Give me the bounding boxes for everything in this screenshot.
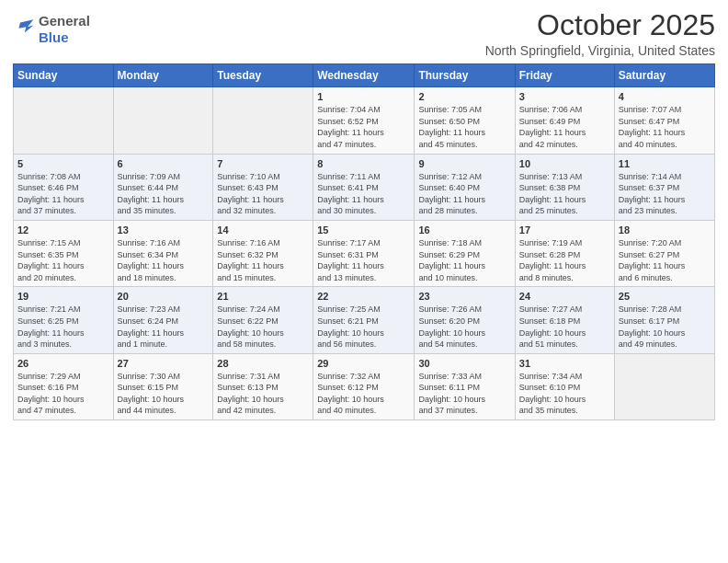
calendar-cell: 9Sunrise: 7:12 AMSunset: 6:40 PMDaylight… — [415, 154, 515, 220]
day-info: Sunrise: 7:14 AMSunset: 6:37 PMDaylight:… — [619, 171, 711, 217]
day-number: 8 — [317, 158, 410, 169]
day-info: Sunrise: 7:15 AMSunset: 6:35 PMDaylight:… — [17, 237, 109, 283]
header-sunday: Sunday — [14, 64, 114, 87]
day-number: 28 — [217, 358, 309, 369]
calendar-cell: 20Sunrise: 7:23 AMSunset: 6:24 PMDayligh… — [113, 287, 213, 353]
calendar-cell: 27Sunrise: 7:30 AMSunset: 6:15 PMDayligh… — [113, 353, 213, 419]
calendar-cell: 18Sunrise: 7:20 AMSunset: 6:27 PMDayligh… — [614, 220, 714, 286]
day-number: 15 — [317, 224, 410, 236]
header-wednesday: Wednesday — [313, 64, 415, 87]
calendar-table: Sunday Monday Tuesday Wednesday Thursday… — [13, 63, 715, 420]
day-info: Sunrise: 7:29 AMSunset: 6:16 PMDaylight:… — [17, 371, 109, 417]
calendar-cell: 25Sunrise: 7:28 AMSunset: 6:17 PMDayligh… — [614, 287, 714, 353]
day-number: 27 — [118, 358, 210, 369]
day-info: Sunrise: 7:31 AMSunset: 6:13 PMDaylight:… — [217, 371, 309, 417]
day-info: Sunrise: 7:24 AMSunset: 6:22 PMDaylight:… — [217, 304, 309, 350]
day-number: 16 — [418, 224, 510, 236]
day-info: Sunrise: 7:08 AMSunset: 6:46 PMDaylight:… — [17, 171, 109, 217]
calendar-cell: 16Sunrise: 7:18 AMSunset: 6:29 PMDayligh… — [415, 220, 515, 286]
calendar-cell: 6Sunrise: 7:09 AMSunset: 6:44 PMDaylight… — [113, 154, 213, 220]
sub-title: North Springfield, Virginia, United Stat… — [485, 43, 715, 58]
day-info: Sunrise: 7:26 AMSunset: 6:20 PMDaylight:… — [418, 304, 510, 350]
logo: General Blue — [13, 13, 90, 46]
calendar-week-row-0: 1Sunrise: 7:04 AMSunset: 6:52 PMDaylight… — [14, 87, 715, 154]
day-number: 14 — [217, 224, 309, 236]
day-info: Sunrise: 7:04 AMSunset: 6:52 PMDaylight:… — [317, 104, 410, 150]
calendar-week-row-4: 26Sunrise: 7:29 AMSunset: 6:16 PMDayligh… — [14, 353, 715, 419]
day-info: Sunrise: 7:07 AMSunset: 6:47 PMDaylight:… — [619, 104, 711, 150]
day-info: Sunrise: 7:09 AMSunset: 6:44 PMDaylight:… — [118, 171, 210, 217]
day-number: 2 — [418, 91, 510, 102]
calendar-cell — [113, 87, 213, 154]
day-number: 1 — [317, 91, 410, 102]
day-number: 19 — [17, 291, 109, 302]
calendar-cell: 26Sunrise: 7:29 AMSunset: 6:16 PMDayligh… — [14, 353, 114, 419]
calendar-cell: 24Sunrise: 7:27 AMSunset: 6:18 PMDayligh… — [515, 287, 614, 353]
calendar-week-row-3: 19Sunrise: 7:21 AMSunset: 6:25 PMDayligh… — [14, 287, 715, 353]
calendar-cell — [14, 87, 114, 154]
calendar-cell: 22Sunrise: 7:25 AMSunset: 6:21 PMDayligh… — [313, 287, 415, 353]
day-info: Sunrise: 7:25 AMSunset: 6:21 PMDaylight:… — [317, 304, 410, 350]
calendar-cell: 7Sunrise: 7:10 AMSunset: 6:43 PMDaylight… — [213, 154, 313, 220]
day-number: 24 — [519, 291, 610, 302]
day-info: Sunrise: 7:18 AMSunset: 6:29 PMDaylight:… — [418, 237, 510, 283]
logo-text: General Blue — [39, 13, 90, 46]
day-info: Sunrise: 7:10 AMSunset: 6:43 PMDaylight:… — [217, 171, 309, 217]
calendar-cell: 30Sunrise: 7:33 AMSunset: 6:11 PMDayligh… — [415, 353, 515, 419]
header: General Blue October 2025 North Springfi… — [13, 9, 715, 58]
day-number: 29 — [317, 358, 410, 369]
calendar-cell: 4Sunrise: 7:07 AMSunset: 6:47 PMDaylight… — [614, 87, 714, 154]
calendar-cell: 19Sunrise: 7:21 AMSunset: 6:25 PMDayligh… — [14, 287, 114, 353]
calendar-cell: 10Sunrise: 7:13 AMSunset: 6:38 PMDayligh… — [515, 154, 614, 220]
calendar-cell: 15Sunrise: 7:17 AMSunset: 6:31 PMDayligh… — [313, 220, 415, 286]
header-thursday: Thursday — [415, 64, 515, 87]
day-info: Sunrise: 7:16 AMSunset: 6:32 PMDaylight:… — [217, 237, 309, 283]
day-info: Sunrise: 7:16 AMSunset: 6:34 PMDaylight:… — [118, 237, 210, 283]
title-block: October 2025 North Springfield, Virginia… — [485, 9, 715, 58]
day-number: 26 — [17, 358, 109, 369]
day-number: 25 — [619, 291, 711, 302]
day-info: Sunrise: 7:33 AMSunset: 6:11 PMDaylight:… — [418, 371, 510, 417]
calendar-cell: 5Sunrise: 7:08 AMSunset: 6:46 PMDaylight… — [14, 154, 114, 220]
calendar-cell: 2Sunrise: 7:05 AMSunset: 6:50 PMDaylight… — [415, 87, 515, 154]
calendar-cell — [213, 87, 313, 154]
day-info: Sunrise: 7:20 AMSunset: 6:27 PMDaylight:… — [619, 237, 711, 283]
day-info: Sunrise: 7:28 AMSunset: 6:17 PMDaylight:… — [619, 304, 711, 350]
calendar-cell: 23Sunrise: 7:26 AMSunset: 6:20 PMDayligh… — [415, 287, 515, 353]
day-info: Sunrise: 7:06 AMSunset: 6:49 PMDaylight:… — [519, 104, 610, 150]
day-number: 5 — [17, 158, 109, 169]
calendar-week-row-2: 12Sunrise: 7:15 AMSunset: 6:35 PMDayligh… — [14, 220, 715, 286]
day-info: Sunrise: 7:05 AMSunset: 6:50 PMDaylight:… — [418, 104, 510, 150]
calendar-cell: 13Sunrise: 7:16 AMSunset: 6:34 PMDayligh… — [113, 220, 213, 286]
day-number: 22 — [317, 291, 410, 302]
day-info: Sunrise: 7:19 AMSunset: 6:28 PMDaylight:… — [519, 237, 610, 283]
day-number: 9 — [418, 158, 510, 169]
day-info: Sunrise: 7:11 AMSunset: 6:41 PMDaylight:… — [317, 171, 410, 217]
header-friday: Friday — [515, 64, 614, 87]
day-info: Sunrise: 7:13 AMSunset: 6:38 PMDaylight:… — [519, 171, 610, 217]
calendar-cell: 31Sunrise: 7:34 AMSunset: 6:10 PMDayligh… — [515, 353, 614, 419]
day-number: 12 — [17, 224, 109, 236]
day-number: 6 — [118, 158, 210, 169]
calendar-cell: 14Sunrise: 7:16 AMSunset: 6:32 PMDayligh… — [213, 220, 313, 286]
calendar-cell: 11Sunrise: 7:14 AMSunset: 6:37 PMDayligh… — [614, 154, 714, 220]
day-number: 31 — [519, 358, 610, 369]
calendar-cell: 17Sunrise: 7:19 AMSunset: 6:28 PMDayligh… — [515, 220, 614, 286]
main-title: October 2025 — [485, 9, 715, 41]
calendar-cell — [614, 353, 714, 419]
day-number: 13 — [118, 224, 210, 236]
calendar-week-row-1: 5Sunrise: 7:08 AMSunset: 6:46 PMDaylight… — [14, 154, 715, 220]
day-info: Sunrise: 7:27 AMSunset: 6:18 PMDaylight:… — [519, 304, 610, 350]
day-number: 23 — [418, 291, 510, 302]
day-number: 18 — [619, 224, 711, 236]
day-info: Sunrise: 7:32 AMSunset: 6:12 PMDaylight:… — [317, 371, 410, 417]
header-monday: Monday — [113, 64, 213, 87]
day-number: 4 — [619, 91, 711, 102]
svg-marker-0 — [18, 19, 33, 32]
day-number: 10 — [519, 158, 610, 169]
day-number: 21 — [217, 291, 309, 302]
calendar-cell: 8Sunrise: 7:11 AMSunset: 6:41 PMDaylight… — [313, 154, 415, 220]
day-headers-row: Sunday Monday Tuesday Wednesday Thursday… — [14, 64, 715, 87]
calendar-cell: 29Sunrise: 7:32 AMSunset: 6:12 PMDayligh… — [313, 353, 415, 419]
calendar-cell: 1Sunrise: 7:04 AMSunset: 6:52 PMDaylight… — [313, 87, 415, 154]
